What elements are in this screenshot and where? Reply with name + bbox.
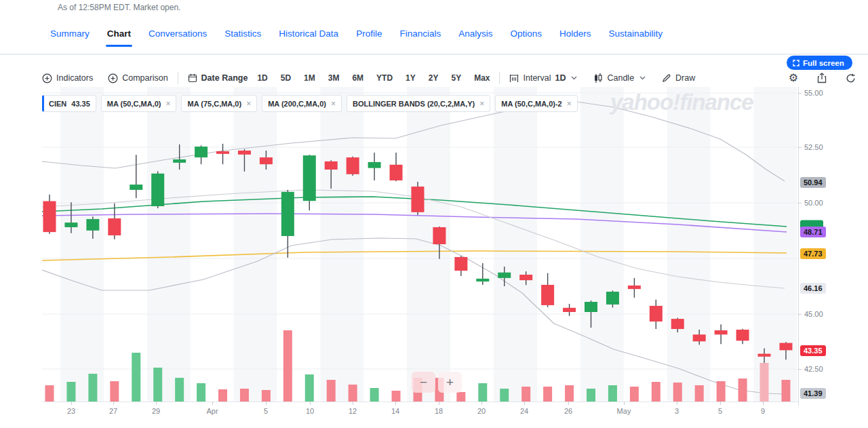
x-axis-label: 29	[152, 407, 160, 415]
candle-body	[325, 161, 338, 170]
candle-body	[585, 302, 597, 312]
candle-body	[498, 273, 511, 278]
volume-bar	[478, 383, 487, 402]
volume-bar	[197, 383, 205, 402]
volume-bar	[673, 383, 682, 402]
volume-bar	[760, 363, 769, 402]
price-badge: 50.94	[800, 177, 826, 188]
x-axis-label: 26	[564, 407, 572, 415]
candle-body	[519, 275, 532, 280]
background-stripe	[60, 87, 104, 402]
x-axis-label: 10	[306, 407, 314, 415]
price-badge: 48.71	[800, 227, 826, 237]
candle-body	[281, 192, 294, 236]
x-axis-label: 5	[264, 407, 268, 415]
candle-body	[563, 308, 576, 312]
volume-bar	[153, 368, 162, 402]
background-stripe	[494, 87, 537, 402]
indicator-chip[interactable]: MA (50,C,MA,0)×	[101, 95, 177, 112]
volume-bar	[88, 374, 97, 402]
x-axis-tick	[677, 402, 677, 405]
close-icon[interactable]: ×	[479, 99, 484, 109]
candle-body	[671, 319, 684, 329]
candle-body	[151, 174, 164, 206]
symbol-chip[interactable]: CIEN43.35	[42, 95, 96, 112]
zoom-in-button[interactable]: +	[438, 372, 462, 393]
close-icon[interactable]: ×	[165, 99, 170, 109]
candle-body	[606, 292, 619, 305]
candle-body	[195, 147, 208, 157]
volume-bar	[543, 387, 552, 402]
indicator-chip[interactable]: MA (200,C,MA,0)×	[262, 95, 342, 112]
volume-bar	[565, 385, 574, 402]
indicator-chip[interactable]: MA (50,C,MA,0)-2×	[495, 95, 577, 112]
volume-bar	[521, 387, 530, 402]
y-axis-line	[798, 87, 799, 406]
volume-bar	[240, 389, 249, 402]
volume-bar	[695, 385, 704, 402]
candle-body	[43, 201, 56, 233]
indicator-chip[interactable]: MA (75,C,MA,0)×	[181, 95, 257, 112]
candle-body	[476, 279, 489, 281]
indicator-chip[interactable]: BOLLINGER BANDS (20,C,2,MA,Y)×	[347, 95, 490, 112]
y-axis-label: 52.50	[804, 143, 823, 151]
close-icon[interactable]: ×	[567, 99, 572, 109]
candle-body	[736, 330, 749, 341]
x-axis-tick	[353, 402, 353, 405]
indicator-chip-label: MA (200,C,MA,0)	[268, 100, 326, 108]
volume-bar	[45, 385, 54, 402]
x-axis-tick	[113, 402, 114, 405]
indicator-chip-label: MA (75,C,MA,0)	[187, 100, 241, 108]
background-stripe	[234, 87, 277, 402]
volume-bar	[781, 380, 790, 402]
volume-bar	[392, 391, 401, 402]
x-axis-label: May	[617, 407, 631, 415]
volume-bar	[327, 380, 336, 402]
x-axis-tick	[310, 402, 311, 405]
candle-body	[347, 157, 359, 174]
volume-bar	[349, 385, 357, 402]
volume-bar	[262, 390, 271, 402]
price-chart-svg[interactable]	[0, 0, 868, 428]
indicator-chip-row: CIEN43.35MA (50,C,MA,0)×MA (75,C,MA,0)×M…	[42, 95, 578, 112]
indicator-chip-label: MA (50,C,MA,0)	[107, 100, 161, 108]
y-axis-label: 50.00	[804, 199, 823, 207]
x-axis-tick	[624, 402, 625, 405]
y-axis-label: 42.50	[804, 365, 823, 373]
candle-body	[454, 257, 467, 271]
x-axis-tick	[720, 402, 721, 405]
x-axis-tick	[395, 402, 396, 405]
yahoo-finance-watermark: yahoo!finance	[610, 90, 753, 115]
candle-body	[693, 334, 706, 341]
candle-body	[238, 151, 251, 155]
volume-bar	[652, 382, 660, 402]
price-badge: 41.39	[800, 388, 826, 399]
zoom-out-button[interactable]: −	[412, 372, 435, 393]
volume-bar	[218, 389, 227, 402]
x-axis-tick	[439, 402, 439, 405]
candle-body	[390, 165, 403, 180]
volume-bar	[66, 382, 75, 402]
close-icon[interactable]: ×	[331, 99, 336, 109]
x-axis-label: 23	[67, 407, 75, 415]
price-badge: 46.16	[800, 283, 826, 294]
x-axis-label: Apr	[206, 407, 218, 415]
y-axis-tick	[798, 203, 802, 203]
background-stripe	[580, 87, 624, 402]
candle-body	[368, 162, 381, 168]
y-axis-label: 55.00	[804, 89, 823, 97]
x-axis-tick	[266, 402, 267, 405]
y-axis-label: 45.00	[804, 310, 823, 318]
volume-bar	[456, 392, 465, 402]
candle-body	[130, 184, 142, 190]
x-axis-label: 18	[435, 407, 443, 415]
x-axis-tick	[763, 402, 764, 405]
background-stripe	[320, 87, 363, 402]
close-icon[interactable]: ×	[246, 99, 251, 109]
x-axis-label: 3	[675, 407, 679, 415]
x-axis-label: 24	[520, 407, 528, 415]
candle-body	[64, 222, 77, 227]
symbol-label: CIEN	[49, 100, 66, 108]
x-axis-tick	[71, 402, 72, 405]
zoom-controls: − +	[412, 372, 462, 393]
